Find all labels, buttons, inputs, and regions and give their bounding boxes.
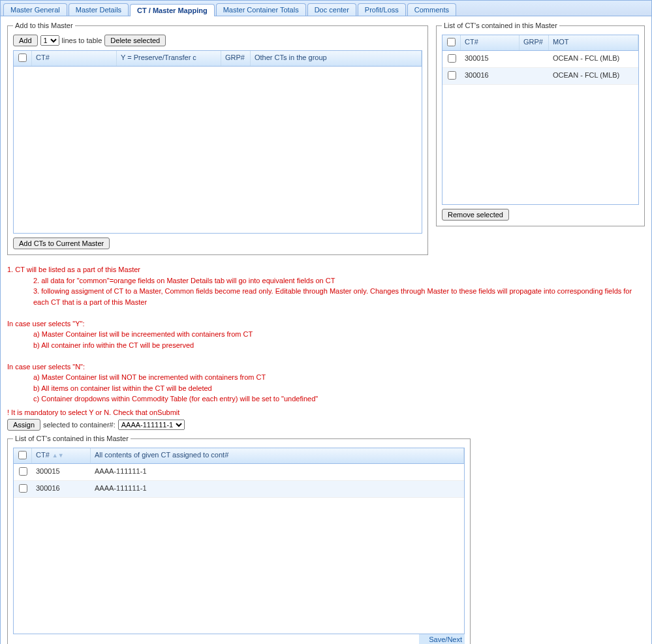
row-ct: 300016 xyxy=(32,483,91,495)
ct-list-body: 300015 OCEAN - FCL (MLB) 300016 OCEAN - … xyxy=(442,51,638,204)
ct-list-col-mot[interactable]: MOT xyxy=(549,35,638,50)
add-to-master-panel: Add to this Master Add 1 lines to table … xyxy=(7,22,428,255)
row-mot: OCEAN - FCL (MLB) xyxy=(549,53,638,65)
ct-list-col-ct[interactable]: CT# xyxy=(461,35,520,50)
instruction-notes: 1. CT will be listed as a part of this M… xyxy=(7,264,645,418)
ct-list-select-all[interactable] xyxy=(447,38,456,46)
bottom-list-legend: List of CT's contained in this Master xyxy=(13,435,131,442)
table-row[interactable]: 300016 AAAA-111111-1 xyxy=(14,481,464,498)
row-assigned: AAAA-111111-1 xyxy=(91,466,464,478)
remove-selected-button[interactable]: Remove selected xyxy=(442,209,509,221)
note-3: 3. following assigment of CT to a Master… xyxy=(7,286,645,307)
table-row[interactable]: 300015 AAAA-111111-1 xyxy=(14,464,464,481)
tab-profit-loss[interactable]: Profit/Loss xyxy=(358,3,406,16)
note-n-head: In case user selects "N": xyxy=(7,363,85,371)
table-row[interactable]: 300016 OCEAN - FCL (MLB) xyxy=(442,68,638,85)
tab-master-container-totals[interactable]: Master Container Totals xyxy=(216,3,306,16)
table-row[interactable]: 300015 OCEAN - FCL (MLB) xyxy=(442,51,638,68)
note-y-head: In case user selects "Y": xyxy=(7,320,84,328)
bottom-col-ct[interactable]: CT#▲▼ xyxy=(32,448,91,463)
tab-ct-master-mapping[interactable]: CT / Master Mapping xyxy=(130,4,215,16)
add-grid-body xyxy=(14,67,422,233)
add-grid-select-all[interactable] xyxy=(18,54,27,62)
row-mot: OCEAN - FCL (MLB) xyxy=(549,70,638,82)
add-button[interactable]: Add xyxy=(13,35,38,46)
add-grid: CT# Y = Preserve/Transfer c GRP# Other C… xyxy=(13,50,422,234)
row-ct: 300015 xyxy=(461,53,520,65)
tab-comments[interactable]: Comments xyxy=(407,3,456,16)
ct-list-grid: CT# GRP# MOT 300015 OCEAN - FCL (MLB) xyxy=(442,35,639,205)
row-checkbox[interactable] xyxy=(19,484,27,493)
note-y-b: b) All container info within the CT will… xyxy=(7,340,645,351)
lines-select[interactable]: 1 xyxy=(40,35,59,46)
row-checkbox[interactable] xyxy=(448,54,456,63)
tab-doc-center[interactable]: Doc center xyxy=(307,3,356,16)
ct-list-panel: List of CT's contained in this Master CT… xyxy=(436,22,645,226)
note-n-b: b) All items on container list within th… xyxy=(7,383,645,394)
note-1: 1. CT will be listed as a part of this M… xyxy=(7,266,140,273)
ct-list-col-grp[interactable]: GRP# xyxy=(520,35,549,50)
bottom-grid-body: 300015 AAAA-111111-1 300016 AAAA-111111-… xyxy=(14,464,464,634)
add-grid-col-ct[interactable]: CT# xyxy=(32,51,117,66)
sort-icon: ▲▼ xyxy=(52,452,64,459)
assign-container-select[interactable]: AAAA-111111-1 xyxy=(118,420,185,430)
save-next-tab-link[interactable]: Save/Next Tab>> xyxy=(419,634,465,644)
tab-master-details[interactable]: Master Details xyxy=(69,3,129,16)
add-cts-button[interactable]: Add CTs to Current Master xyxy=(13,238,110,249)
row-checkbox[interactable] xyxy=(448,71,456,80)
row-ct: 300016 xyxy=(461,70,520,82)
note-n-c: c) Container dropdowns within Commodity … xyxy=(7,393,645,405)
add-grid-col-preserve[interactable]: Y = Preserve/Transfer c xyxy=(117,51,221,66)
note-2: 2. all data for "common"=orange fields o… xyxy=(7,275,645,286)
bottom-col-assigned[interactable]: All contents of given CT assigned to con… xyxy=(91,448,464,463)
row-grp xyxy=(520,70,549,82)
bottom-grid: CT#▲▼ All contents of given CT assigned … xyxy=(13,448,465,634)
note-n-a: a) Master Container list will NOT be inc… xyxy=(7,372,645,383)
note-mandatory: ! It is mandatory to select Y or N. Chec… xyxy=(7,407,645,418)
ct-list-legend: List of CT's contained in this Master xyxy=(442,22,559,29)
row-checkbox[interactable] xyxy=(19,467,27,476)
bottom-select-all[interactable] xyxy=(18,451,27,459)
row-assigned: AAAA-111111-1 xyxy=(91,483,464,495)
delete-selected-button[interactable]: Delete selected xyxy=(104,35,166,46)
note-y-a: a) Master Container list will be increem… xyxy=(7,329,645,340)
tab-bar: Master General Master Details CT / Maste… xyxy=(1,1,651,16)
add-grid-col-grp[interactable]: GRP# xyxy=(221,51,251,66)
lines-label: lines to table xyxy=(62,37,102,44)
add-panel-legend: Add to this Master xyxy=(13,22,75,29)
tab-master-general[interactable]: Master General xyxy=(3,3,67,16)
row-grp xyxy=(520,53,549,65)
assign-label: selected to container#: xyxy=(43,421,116,429)
row-ct: 300015 xyxy=(32,466,91,478)
bottom-ct-list-panel: List of CT's contained in this Master CT… xyxy=(7,435,471,644)
add-grid-col-other[interactable]: Other CTs in the group xyxy=(251,51,422,66)
assign-button[interactable]: Assign xyxy=(7,419,40,431)
